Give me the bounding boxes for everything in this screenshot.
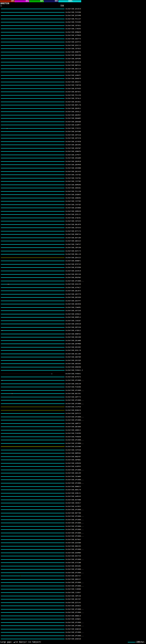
hit-row[interactable]: UniRef100_B9IU05	[0, 564, 146, 568]
hit-label[interactable]: UniRef100_A6H7W9	[65, 356, 81, 358]
hit-row[interactable]: UniRef100_A2R4E8	[0, 462, 146, 465]
hit-line[interactable]	[1, 218, 65, 218]
hit-label[interactable]: UniRef100_Q2A139	[65, 284, 81, 285]
hit-row[interactable]: UniRef100_Q9WV60	[0, 366, 146, 369]
hit-line[interactable]	[1, 115, 65, 115]
hit-line[interactable]	[1, 423, 65, 424]
hit-label[interactable]: UniRef100_Q6VM10	[65, 160, 81, 162]
hit-label[interactable]: UniRef100_C4JP58	[65, 406, 81, 408]
hit-row[interactable]: UniRef100_B9RPL4	[0, 316, 146, 319]
hit-line[interactable]	[1, 354, 65, 354]
hit-label[interactable]: UniRef100_C0P198	[65, 247, 81, 248]
hit-label[interactable]: UniRef100_Q9IZQ9	[65, 360, 81, 361]
hit-line[interactable]	[1, 25, 65, 26]
hit-line[interactable]	[1, 108, 65, 109]
hit-label[interactable]: UniRef100_P51139	[65, 94, 81, 96]
hit-label[interactable]: UniRef100_Q5KMN9	[65, 552, 81, 554]
hit-label[interactable]: UniRef100_UP1000...	[65, 403, 84, 404]
hit-line[interactable]	[1, 539, 65, 540]
hit-line[interactable]	[1, 9, 65, 9]
hit-row[interactable]: UniRef100_B6T841	[0, 90, 146, 94]
hit-line[interactable]	[1, 426, 65, 427]
hit-label[interactable]: UniRef100_C7HE95	[65, 28, 81, 30]
hit-label[interactable]: UniRef100_C56Z87	[65, 320, 81, 322]
hit-line[interactable]	[1, 131, 65, 132]
hit-line[interactable]	[1, 579, 65, 580]
hit-line[interactable]	[1, 576, 65, 576]
hit-row[interactable]: UniRef100_B7FK75	[0, 375, 146, 379]
hit-line[interactable]	[1, 12, 65, 12]
hit-row[interactable]: UniRef100_Q2U5W0	[0, 541, 146, 544]
hit-line[interactable]	[1, 102, 65, 102]
hit-row[interactable]: UniRef100_P51137	[0, 17, 146, 21]
hit-row[interactable]: UniRef100_A0JC14	[0, 67, 146, 70]
hit-label[interactable]: UniRef100_Q4VB86	[65, 207, 81, 209]
hit-row[interactable]: UniRef100_UP1000...	[0, 482, 146, 485]
hit-line[interactable]	[1, 407, 65, 407]
hit-row[interactable]: UniRef100_A6SL89	[0, 472, 146, 475]
hit-row[interactable]: UniRef100_B3EL70	[0, 349, 146, 352]
hit-label[interactable]: UniRef100_B8M384	[65, 452, 81, 454]
hit-label[interactable]: UniRef100_A2R4E8	[65, 462, 81, 464]
hit-line[interactable]	[1, 22, 65, 22]
hit-line[interactable]	[1, 277, 65, 278]
hit-line[interactable]	[1, 626, 65, 626]
hit-line[interactable]	[1, 32, 65, 32]
hit-line[interactable]	[1, 520, 65, 520]
hit-label[interactable]: UniRef100_UP1000...	[65, 572, 84, 574]
hit-label[interactable]: UniRef100_Q4WIG8	[65, 638, 81, 640]
hit-label[interactable]: UniRef100_B6HLT0	[65, 489, 81, 491]
hit-row[interactable]: UniRef100_UP1000...	[0, 279, 146, 282]
hit-line[interactable]	[1, 188, 65, 188]
hit-line[interactable]	[1, 144, 65, 145]
hit-label[interactable]: UniRef100_A9TSY8	[65, 138, 81, 139]
hit-line[interactable]	[1, 566, 65, 566]
hit-row[interactable]: UniRef100_A6ZF75	[0, 37, 146, 41]
hit-line[interactable]	[1, 112, 65, 112]
hit-row[interactable]: UniRef100_UP1000...	[0, 634, 146, 637]
hit-line[interactable]	[1, 48, 65, 49]
hit-label[interactable]: UniRef100_B6GC03	[65, 545, 81, 547]
hit-line[interactable]	[1, 164, 65, 165]
hit-line[interactable]	[1, 307, 65, 308]
hit-line[interactable]	[1, 483, 65, 484]
hit-row[interactable]: UniRef100_Q1E4W0	[0, 445, 146, 448]
hit-row[interactable]: UniRef100_Q9LWN0	[0, 339, 146, 342]
hit-label[interactable]: UniRef100_UP1000...	[65, 526, 84, 527]
hit-line[interactable]	[1, 639, 65, 639]
hit-row[interactable]: UniRef100_Q6VM40	[0, 163, 146, 166]
hit-line[interactable]	[1, 453, 65, 454]
hit-label[interactable]: UniRef100_B5THN0	[65, 499, 81, 500]
hit-label[interactable]: UniRef100_B9IG90	[65, 54, 81, 56]
hit-label[interactable]: UniRef100_B5BUC0	[65, 410, 81, 411]
hit-label[interactable]: UniRef100_UP1000...	[65, 529, 84, 530]
hit-line[interactable]	[1, 606, 65, 606]
hit-label[interactable]: UniRef100_Q4WE48	[65, 628, 81, 630]
hit-line[interactable]	[1, 15, 65, 16]
hit-label[interactable]: UniRef100_B7E996	[65, 267, 81, 268]
hit-line[interactable]	[1, 128, 65, 128]
hit-line[interactable]	[1, 420, 65, 420]
hit-label[interactable]: UniRef100_Q23145	[65, 602, 81, 603]
hit-label[interactable]: UniRef100_Q6VM11	[65, 108, 81, 109]
hit-row[interactable]: UniRef100_B7ET43	[0, 263, 146, 266]
hit-label[interactable]: UniRef100_A7PRK9	[65, 35, 81, 36]
hit-line[interactable]	[1, 72, 65, 72]
hit-label[interactable]: UniRef100_B3CT59	[65, 555, 81, 557]
hit-label[interactable]: UniRef100_Q9FVS6	[65, 326, 81, 328]
hit-row[interactable]: UniRef100_Q61Y67	[0, 598, 146, 601]
hit-label[interactable]: UniRef100_C5P350	[65, 449, 81, 451]
hit-label[interactable]: UniRef100_B9KN79	[65, 78, 81, 80]
hit-row[interactable]: UniRef100_Q32L21	[0, 213, 146, 216]
hit-row[interactable]: UniRef100_A7P977	[0, 153, 146, 157]
hit-row[interactable]: UniRef100_B8LL18	[0, 253, 146, 256]
hit-line[interactable]	[1, 228, 65, 228]
hit-label[interactable]: UniRef100_A5BGP7	[65, 74, 81, 76]
hit-line[interactable]	[1, 500, 65, 500]
hit-label[interactable]: UniRef100_UP1000...	[65, 442, 84, 444]
hit-line[interactable]	[1, 304, 65, 304]
hit-row[interactable]: UniRef100_UP1000...	[0, 524, 146, 528]
hit-label[interactable]: UniRef100_B6WEL9	[65, 615, 81, 616]
hit-line[interactable]	[1, 612, 65, 613]
hit-row[interactable]: UniRef100_B6GC03	[0, 544, 146, 548]
